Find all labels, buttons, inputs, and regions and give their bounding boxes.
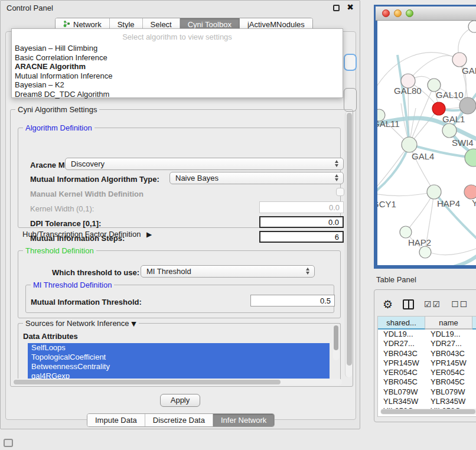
network-canvas[interactable]: GALGAL80GAL10GAL1GAL11SWI4GAL4GCY1HAP4YH… xyxy=(377,21,476,265)
table-cell: YDL19... xyxy=(378,330,425,339)
tab-infer-network[interactable]: Infer Network xyxy=(213,414,274,426)
expander-expanded-icon: ▼ xyxy=(131,320,136,328)
algorithm-option-dream8-dc-tdc-algorithm[interactable]: Dream8 DC_TDC Algorithm xyxy=(12,90,343,99)
column-header-a[interactable]: A xyxy=(472,317,476,330)
table-cell: YLR345W xyxy=(425,397,472,406)
column-header-name[interactable]: name xyxy=(425,317,472,330)
table-cell: YDR27... xyxy=(425,339,472,348)
table-row[interactable]: YER054CYER054C8. xyxy=(378,368,476,377)
mi-threshold-label: Mutual Information Threshold: xyxy=(31,298,142,306)
deselect-all-checks-icon[interactable]: ☐☐ xyxy=(451,299,468,309)
combo-spinner-icon xyxy=(306,268,309,275)
tab-discretize-data[interactable]: Discretize Data xyxy=(145,414,213,426)
network-node[interactable] xyxy=(465,149,476,167)
column-header-shared[interactable]: shared... xyxy=(378,317,425,330)
algorithm-option-bayesian-hill-climbing[interactable]: Bayesian – Hill Climbing xyxy=(12,44,343,53)
node-table: shared...nameA YDL19...YDL19...13YDR27..… xyxy=(377,316,476,417)
table-row[interactable]: YBL079WYBL079W xyxy=(378,387,476,397)
which-threshold-combo[interactable]: MI Threshold xyxy=(141,265,315,278)
window-zoom-icon[interactable] xyxy=(406,9,413,17)
settings-group-title: Cyni Algorithm Settings xyxy=(15,105,99,114)
table-rows: YDL19...YDL19...13YDR27...YDR27...12YBR0… xyxy=(378,330,476,416)
attribute-item-betweennesscentrality[interactable]: BetweennessCentrality xyxy=(28,362,330,371)
network-view-window: GALGAL80GAL10GAL1GAL11SWI4GAL4GCY1HAP4YH… xyxy=(374,5,476,269)
close-icon[interactable]: ✖ xyxy=(347,2,354,12)
network-node-swi4[interactable] xyxy=(442,123,457,138)
kernel-width-label: Kernel Width (0,1): xyxy=(30,204,94,213)
data-attributes-list: SelfLoopsTopologicalCoefficientBetweenne… xyxy=(28,343,330,382)
apply-button[interactable]: Apply xyxy=(160,394,200,407)
table-cell: 9. xyxy=(472,377,476,387)
network-node-gal4[interactable] xyxy=(402,137,417,152)
table-cell: 8. xyxy=(472,368,476,377)
table-row[interactable]: YDL19...YDL19...13 xyxy=(378,330,476,339)
table-cell xyxy=(472,387,476,397)
table-row[interactable]: YPR145WYPR145W9. xyxy=(378,358,476,368)
sources-group-title[interactable]: Sources for Network Inference ▼ xyxy=(23,319,139,328)
attribute-item-selfloops[interactable]: SelfLoops xyxy=(28,343,330,353)
settings-horizontal-scrollbar[interactable] xyxy=(12,379,342,385)
dpi-tolerance-input[interactable] xyxy=(259,216,344,228)
table-cell: YBL079W xyxy=(425,387,472,397)
node-label-gal10: GAL10 xyxy=(436,90,464,100)
table-cell: YLR345W xyxy=(378,397,425,406)
attributes-scrollbar[interactable] xyxy=(333,325,339,360)
network-node[interactable] xyxy=(459,97,476,114)
hub-definition-label: Hub/Transcription Factor Definition xyxy=(22,230,141,239)
algorithm-option-basic-correlation-inference[interactable]: Basic Correlation Inference xyxy=(12,53,343,63)
network-node-gal[interactable] xyxy=(452,53,467,67)
mi-type-combo[interactable]: Naive Bayes xyxy=(169,172,344,184)
table-cell: YDR27... xyxy=(378,339,425,348)
node-label-swi4: SWI4 xyxy=(452,138,474,148)
table-row[interactable]: YBR045CYBR045C9. xyxy=(378,377,476,387)
window-minimize-icon[interactable] xyxy=(394,9,402,17)
table-row[interactable]: YLR345WYLR345W9. xyxy=(378,397,476,406)
table-panel: ⚙ ☑☑ ☐☐ shared...nameA YDL19...YDL19...1… xyxy=(374,289,476,422)
kernel-width-input[interactable] xyxy=(259,201,344,213)
table-cell: YER054C xyxy=(425,368,472,377)
network-node[interactable] xyxy=(419,246,431,258)
manual-kernel-checkbox[interactable] xyxy=(336,188,344,196)
table-panel-title: Table Panel xyxy=(376,275,416,284)
select-all-checks-icon[interactable]: ☑☑ xyxy=(424,299,441,309)
settings-vertical-scrollbar[interactable] xyxy=(345,112,352,377)
columns-icon[interactable] xyxy=(403,299,414,309)
network-node-hap4[interactable] xyxy=(427,185,441,199)
bottom-tabbar: Impute DataDiscretize DataInfer Network xyxy=(87,413,275,427)
float-window-icon[interactable] xyxy=(333,5,340,11)
tab-impute-data[interactable]: Impute Data xyxy=(87,414,145,426)
table-row[interactable]: YDR27...YDR27...12 xyxy=(378,339,476,348)
network-node-hap2[interactable] xyxy=(400,226,412,238)
mi-steps-input[interactable] xyxy=(259,231,344,243)
network-node[interactable] xyxy=(468,21,476,32)
network-node-y[interactable] xyxy=(464,185,476,199)
network-window-titlebar[interactable] xyxy=(376,6,476,21)
table-cell: YBR043C xyxy=(425,349,472,358)
mi-threshold-group-title: MI Threshold Definition xyxy=(31,281,114,289)
node-label-gal80: GAL80 xyxy=(394,86,422,96)
threshold-definition-group: Threshold Definition Which threshold to … xyxy=(18,250,341,318)
attribute-item-topologicalcoefficient[interactable]: TopologicalCoefficient xyxy=(28,353,330,362)
window-close-icon[interactable] xyxy=(382,9,390,17)
table-row[interactable]: YBR043CYBR043C xyxy=(378,349,476,358)
table-cell xyxy=(472,349,476,358)
table-horizontal-scrollbar[interactable] xyxy=(380,409,476,415)
combo-spinner-icon xyxy=(335,174,338,181)
tab-label: Select xyxy=(151,20,172,29)
algorithm-option-aracne-algorithm[interactable]: ARACNE Algorithm xyxy=(12,62,343,71)
network-node-gal1[interactable] xyxy=(432,102,445,115)
aracne-mode-combo[interactable]: Discovery xyxy=(65,158,344,170)
table-cell: 9. xyxy=(472,397,476,406)
mi-threshold-input[interactable] xyxy=(250,295,335,306)
sources-group: Sources for Network Inference ▼ Data Att… xyxy=(18,323,341,384)
gear-icon[interactable]: ⚙ xyxy=(383,299,393,310)
hub-definition-expander[interactable]: Hub/Transcription Factor Definition ▶ xyxy=(22,230,152,239)
tab-label: Impute Data xyxy=(95,416,137,425)
table-cell: YBR043C xyxy=(378,349,425,358)
background-groupbox-fragment xyxy=(344,88,357,112)
algorithm-option-bayesian-k2[interactable]: Bayesian – K2 xyxy=(12,80,343,90)
table-cell: YER054C xyxy=(378,368,425,377)
collapsed-panel-icon[interactable] xyxy=(4,439,13,447)
table-cell: YBR045C xyxy=(378,377,425,387)
algorithm-option-mutual-information-inference[interactable]: Mutual Information Inference xyxy=(12,71,343,81)
